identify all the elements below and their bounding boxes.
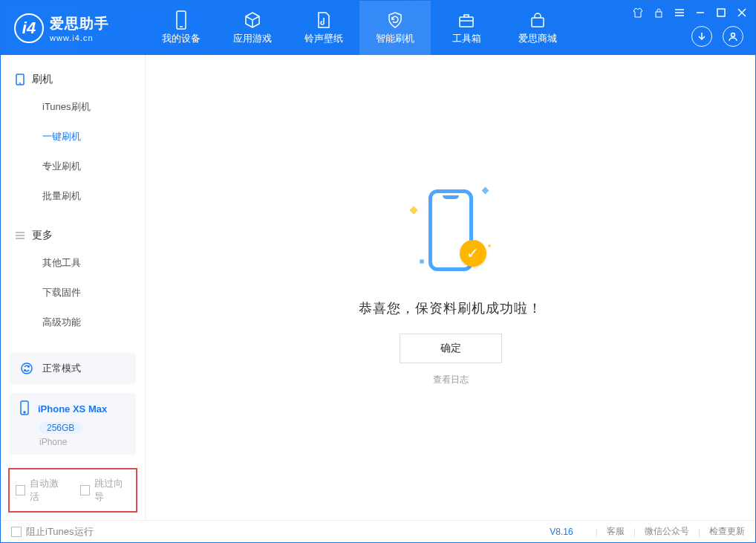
view-log-link[interactable]: 查看日志 [433, 374, 469, 386]
mode-card[interactable]: 正常模式 [10, 353, 136, 384]
maximize-icon[interactable] [715, 7, 727, 19]
main-content: ✓ 恭喜您，保资料刷机成功啦！ 确定 查看日志 [146, 55, 755, 520]
sidebar-item-itunes-flash[interactable]: iTunes刷机 [1, 92, 145, 122]
titlebar-controls [632, 7, 748, 19]
footer: 阻止iTunes运行 V8.16 | 客服 | 微信公众号 | 检查更新 [1, 520, 755, 542]
device-name: iPhone XS Max [38, 403, 107, 414]
svg-point-22 [24, 412, 25, 413]
ok-button[interactable]: 确定 [400, 334, 502, 363]
logo-area: i4 爱思助手 www.i4.cn [1, 13, 146, 43]
menu-icon [14, 230, 26, 241]
device-icon [172, 11, 190, 29]
tab-toolbox[interactable]: 工具箱 [431, 1, 502, 55]
logo-text: 爱思助手 www.i4.cn [50, 14, 109, 42]
tshirt-icon[interactable] [632, 7, 644, 19]
body: 刷机 iTunes刷机 一键刷机 专业刷机 批量刷机 更多 其他工具 下载固件 … [1, 55, 755, 520]
tab-label: 智能刷机 [376, 32, 414, 45]
menu-lines-icon[interactable] [674, 7, 685, 19]
svg-rect-10 [717, 9, 725, 16]
lock-icon[interactable] [653, 7, 665, 19]
checkbox-block-itunes[interactable]: 阻止iTunes运行 [11, 525, 94, 539]
tab-label: 应用游戏 [233, 32, 272, 45]
tablet-icon [14, 74, 26, 85]
checkbox-label: 自动激活 [30, 477, 65, 504]
checkbox-icon [16, 485, 25, 495]
app-window: i4 爱思助手 www.i4.cn 我的设备 应用游戏 铃声壁纸 智能刷机 [0, 0, 756, 543]
checkbox-skip-guide[interactable]: 跳过向导 [80, 477, 130, 504]
success-title: 恭喜您，保资料刷机成功啦！ [359, 299, 542, 317]
sidebar-head-more: 更多 [1, 221, 145, 248]
svg-point-20 [22, 363, 32, 374]
sidebar-item-oneclick-flash[interactable]: 一键刷机 [1, 122, 145, 152]
footer-link-check-update[interactable]: 检查更新 [709, 525, 745, 538]
tab-label: 爱思商城 [518, 32, 557, 45]
checkbox-label: 跳过向导 [94, 477, 130, 504]
sparkle-icon [481, 186, 489, 194]
store-icon [529, 11, 547, 29]
refresh-shield-icon [386, 11, 404, 29]
tab-my-device[interactable]: 我的设备 [146, 1, 217, 55]
sparkle-icon [488, 244, 491, 247]
sidebar-item-batch-flash[interactable]: 批量刷机 [1, 181, 145, 211]
footer-left: 阻止iTunes运行 [11, 525, 94, 539]
mode-label: 正常模式 [42, 362, 81, 375]
download-button[interactable] [691, 26, 712, 47]
sidebar-section-flash: 刷机 iTunes刷机 一键刷机 专业刷机 批量刷机 [1, 55, 145, 211]
device-storage-badge: 256GB [39, 422, 82, 434]
sidebar: 刷机 iTunes刷机 一键刷机 专业刷机 批量刷机 更多 其他工具 下载固件 … [1, 55, 146, 520]
user-account-button[interactable] [723, 26, 743, 47]
tab-label: 铃声壁纸 [304, 32, 343, 45]
checkbox-icon [11, 527, 22, 537]
tab-smart-flash[interactable]: 智能刷机 [359, 1, 431, 55]
footer-link-wechat[interactable]: 微信公众号 [645, 525, 689, 538]
checkbox-auto-activate[interactable]: 自动激活 [16, 477, 65, 504]
cube-icon [244, 11, 261, 29]
version-text: V8.16 [550, 527, 573, 537]
app-name-en: www.i4.cn [50, 33, 109, 42]
highlighted-options-box: 自动激活 跳过向导 [8, 468, 137, 513]
tab-store[interactable]: 爱思商城 [502, 1, 573, 55]
sidebar-section-more: 更多 其他工具 下载固件 高级功能 [1, 211, 145, 337]
separator: | [633, 527, 636, 537]
tab-ringtones-wallpapers[interactable]: 铃声壁纸 [288, 1, 359, 55]
svg-rect-2 [460, 17, 473, 27]
app-logo-icon: i4 [14, 13, 44, 43]
check-badge-icon: ✓ [460, 240, 486, 267]
checkbox-icon [80, 485, 90, 495]
success-panel: ✓ 恭喜您，保资料刷机成功啦！ 确定 查看日志 [359, 175, 542, 386]
tab-label: 我的设备 [162, 32, 201, 45]
sidebar-item-other-tools[interactable]: 其他工具 [1, 248, 145, 278]
tab-apps-games[interactable]: 应用游戏 [217, 1, 288, 55]
close-icon[interactable] [736, 7, 748, 19]
minimize-icon[interactable] [694, 7, 706, 19]
sidebar-item-advanced[interactable]: 高级功能 [1, 308, 145, 337]
svg-rect-5 [656, 12, 662, 17]
sidebar-item-pro-flash[interactable]: 专业刷机 [1, 152, 145, 181]
separator: | [596, 527, 598, 537]
svg-point-14 [731, 33, 735, 37]
footer-link-support[interactable]: 客服 [607, 525, 625, 538]
sparkle-icon [409, 206, 417, 214]
sync-icon [19, 360, 35, 377]
device-type: iPhone [39, 437, 127, 447]
svg-rect-4 [532, 18, 544, 27]
header-right-buttons [691, 26, 743, 47]
success-illustration: ✓ [384, 175, 518, 286]
checkbox-label: 阻止iTunes运行 [26, 525, 94, 539]
header-tabs: 我的设备 应用游戏 铃声壁纸 智能刷机 工具箱 爱思商城 [146, 1, 573, 55]
tab-label: 工具箱 [452, 32, 481, 45]
device-card[interactable]: iPhone XS Max 256GB iPhone [10, 393, 136, 455]
sidebar-spacer [1, 337, 145, 348]
sidebar-head-label: 更多 [32, 229, 53, 242]
music-file-icon [315, 11, 333, 29]
separator: | [698, 527, 700, 537]
sidebar-head-flash: 刷机 [1, 65, 145, 92]
sparkle-icon [420, 259, 424, 264]
header: i4 爱思助手 www.i4.cn 我的设备 应用游戏 铃声壁纸 智能刷机 [1, 1, 755, 55]
toolbox-icon [457, 11, 475, 29]
phone-icon [19, 400, 30, 417]
sidebar-item-download-firmware[interactable]: 下载固件 [1, 278, 145, 308]
sidebar-head-label: 刷机 [32, 73, 53, 86]
app-name-ch: 爱思助手 [50, 14, 109, 33]
